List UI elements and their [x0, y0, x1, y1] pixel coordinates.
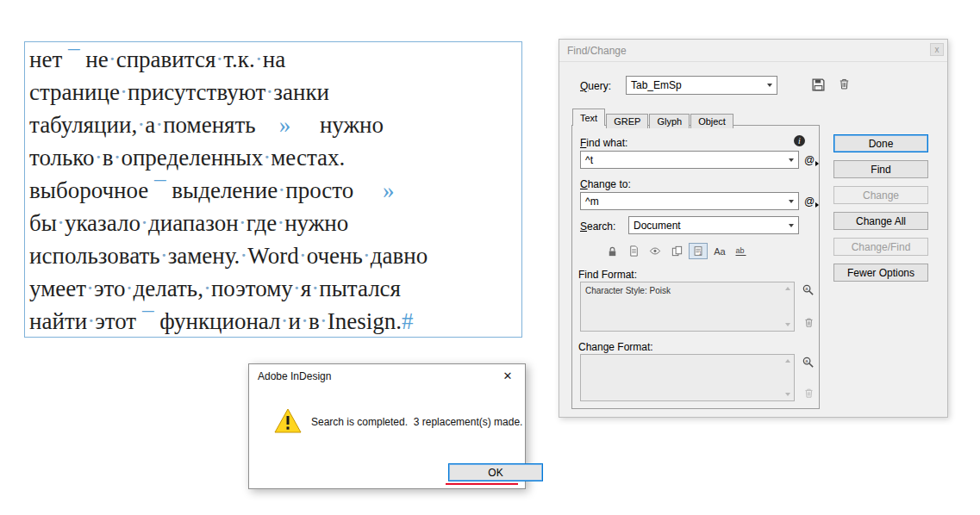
text-line: выборочное ¯ выделение·просто »: [29, 174, 521, 207]
text-run: функционал: [159, 308, 280, 334]
fewer-options-button[interactable]: Fewer Options: [833, 264, 928, 282]
alert-titlebar[interactable]: Adobe InDesign ✕: [249, 364, 525, 388]
text-run: местах.: [271, 145, 345, 171]
text-run: Word: [247, 243, 298, 269]
change-format-box: [580, 354, 795, 401]
trash-icon: [803, 387, 815, 400]
scroll-up-icon: [785, 287, 790, 290]
space-marker: ·: [293, 276, 301, 301]
space-marker: ·: [95, 145, 103, 171]
find-format-label: Find Format:: [578, 269, 637, 281]
text-run: нужно: [320, 112, 384, 138]
text-line: использовать·замену.·Word·очень·давно: [29, 239, 521, 272]
include-locked-layers-icon[interactable]: [602, 243, 621, 259]
text-line: умеет·это·делать,·поэтому·я·пытался: [29, 272, 521, 305]
tab-glyph[interactable]: Glyph: [649, 114, 690, 128]
text-run: я: [301, 276, 311, 301]
text-line: странице·присутствуют·занки: [29, 76, 521, 109]
find-button[interactable]: Find: [833, 160, 928, 178]
query-value: Tab_EmSp: [631, 79, 682, 91]
space-marker: ·: [140, 210, 148, 236]
include-master-pages-icon[interactable]: [667, 243, 686, 259]
space-marker: ·: [265, 79, 273, 105]
scroll-down-icon: [785, 323, 790, 326]
text-run: использовать: [29, 243, 160, 269]
specify-attributes-to-change-button[interactable]: a: [802, 356, 815, 369]
trash-icon: [838, 77, 851, 91]
change-button[interactable]: Change: [833, 186, 928, 204]
space-marker: ·: [160, 243, 168, 269]
include-locked-stories-icon[interactable]: [624, 243, 643, 259]
text-run: занки: [273, 79, 329, 105]
space-marker: ·: [57, 210, 65, 236]
scroll-down-icon: [785, 393, 790, 396]
search-scope-icons: 1Aaab: [602, 243, 751, 259]
specify-attributes-to-find-button[interactable]: a: [802, 283, 815, 296]
find-what-combobox[interactable]: ^t: [580, 151, 799, 169]
include-footnotes-icon[interactable]: 1: [689, 243, 708, 259]
text-line: табуляции,·а·поменять » нужно: [29, 109, 521, 141]
text-line: найти·этот ¯ функционал·и·в·Inesign.#: [29, 305, 521, 338]
alert-message: Search is completed. 3 replacement(s) ma…: [311, 416, 522, 428]
include-hidden-layers-icon[interactable]: [646, 243, 665, 259]
save-query-button[interactable]: [811, 78, 826, 92]
text-run: пытался: [319, 276, 401, 301]
search-label: Search:: [580, 220, 615, 233]
magnifier-icon: a: [802, 356, 815, 369]
find-special-characters-button[interactable]: @: [804, 152, 819, 169]
text-run: а: [145, 112, 155, 138]
case-sensitive-icon[interactable]: Aa: [710, 243, 729, 259]
text-run: определенных: [121, 145, 263, 171]
hidden-character-marker: ¯: [62, 47, 85, 72]
text-run: нет: [29, 47, 62, 72]
text-run: это: [94, 276, 126, 301]
whole-word-icon[interactable]: ab: [732, 243, 751, 259]
close-icon[interactable]: ✕: [490, 364, 525, 388]
tab-text[interactable]: Text: [572, 109, 605, 126]
tab-object[interactable]: Object: [690, 114, 733, 128]
info-icon[interactable]: i: [794, 135, 805, 146]
hidden-character-marker: ¯: [136, 308, 159, 334]
change-to-combobox[interactable]: ^m: [580, 192, 799, 210]
search-scope-dropdown[interactable]: Document: [628, 216, 799, 234]
space-marker: ·: [86, 276, 94, 301]
close-icon[interactable]: x: [930, 43, 944, 56]
panel-title: Find/Change: [567, 45, 627, 57]
text-run: выделение: [172, 177, 278, 203]
svg-text:1: 1: [699, 251, 702, 256]
indesign-text-frame[interactable]: нет ¯ не·справится·т.к.·настранице·прису…: [24, 41, 522, 338]
space-marker: ·: [203, 276, 211, 301]
indesign-workspace: нет ¯ не·справится·т.к.·настранице·прису…: [0, 0, 980, 515]
change-special-characters-button[interactable]: @: [804, 193, 819, 210]
at-icon: @: [804, 195, 815, 208]
text-run: диапазон: [148, 210, 239, 236]
at-icon: @: [804, 154, 815, 166]
space-marker: ·: [87, 308, 95, 334]
chevron-down-icon: [789, 224, 794, 227]
fc-action-buttons: DoneFindChangeChange AllChange/FindFewer…: [833, 134, 928, 282]
text-run: указало: [65, 210, 140, 236]
space-marker: ·: [281, 308, 289, 334]
space-marker: ·: [137, 112, 145, 138]
find-change-panel: Find/Change x Query: Tab_EmSp TextGRE: [559, 39, 948, 418]
change-find-button[interactable]: Change/Find: [833, 238, 928, 256]
warning-icon: [273, 407, 303, 437]
text-line: бы·указало·диапазон·где·нужно: [29, 207, 521, 239]
delete-query-button[interactable]: [838, 77, 851, 91]
text-run: и: [289, 308, 301, 334]
tab-grep[interactable]: GREP: [606, 114, 648, 128]
done-button[interactable]: Done: [833, 134, 928, 152]
ok-button[interactable]: OK: [448, 463, 543, 481]
change-all-button[interactable]: Change All: [833, 212, 928, 230]
query-combobox[interactable]: Tab_EmSp: [626, 76, 777, 95]
space-marker: ·: [109, 47, 116, 72]
change-to-value: ^m: [585, 195, 599, 208]
clear-change-format-button[interactable]: [803, 387, 815, 400]
clear-find-format-button[interactable]: [803, 316, 815, 329]
text-run: Inesign.: [328, 308, 402, 334]
text-run: умеет: [29, 276, 86, 301]
find-what-value: ^t: [585, 154, 593, 166]
text-run: только: [29, 145, 95, 171]
text-run: делать,: [134, 276, 203, 301]
svg-text:a: a: [805, 358, 808, 363]
